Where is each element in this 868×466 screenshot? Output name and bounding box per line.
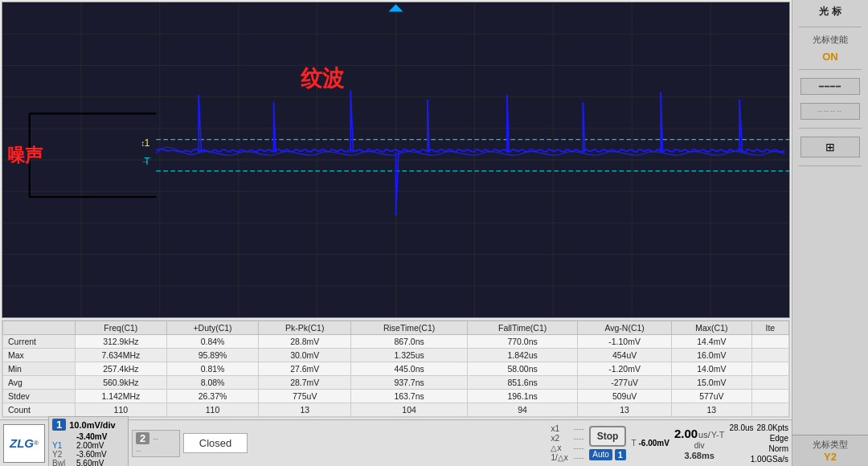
svg-text:1: 1 xyxy=(145,137,150,149)
ch1-y2-label: Y2 xyxy=(52,450,75,459)
channel1-info: 1 10.0mV/div -3.40mV Y1 2.00mV Y2 -3.60m… xyxy=(48,416,129,466)
zlg-logo: ZLG ® xyxy=(3,424,45,463)
closed-display: Closed xyxy=(183,433,248,453)
t-value-panel: T -6.00mV xyxy=(631,439,669,448)
x2-val: ---- xyxy=(573,434,583,443)
col-header-fall: FallTime(C1) xyxy=(468,321,578,335)
svg-text:纹波: 纹波 xyxy=(300,66,344,90)
cursor-enable-val: ON xyxy=(796,51,865,63)
table-row: Min257.4kHz0.81%27.6mV445.0ns58.00ns-1.2… xyxy=(3,362,789,376)
x1-val: ---- xyxy=(573,424,583,433)
table-row: Avg560.9kHz8.08%28.7mV937.7ns851.6ns-277… xyxy=(3,376,789,390)
table-row: Count11011013104941313 xyxy=(3,403,789,417)
right-title: 光 标 xyxy=(796,3,865,20)
right-divider-4 xyxy=(799,166,862,166)
ch1-bw-label: Bwl xyxy=(52,459,75,466)
cursor-type-label: 光标类型 xyxy=(796,439,865,451)
ch2-dash1: -- xyxy=(153,434,158,443)
x2-label: x2 xyxy=(551,434,570,443)
inv-val: ---- xyxy=(573,453,583,462)
right-divider-3 xyxy=(799,128,862,129)
ch1-offset-val: -3.40mV xyxy=(76,432,107,441)
measurement-table: Freq(C1) +Duty(C1) Pk-Pk(C1) RiseTime(C1… xyxy=(2,321,789,417)
pts-k: 28.0Kpts xyxy=(757,423,788,432)
col-header-label xyxy=(3,321,76,335)
ch2-dash2: -- xyxy=(136,446,141,455)
auto-badge: Auto xyxy=(589,449,612,460)
time-sub: div xyxy=(674,441,725,450)
edge-norm-panel: Edge Norm 1.00GSa/s xyxy=(751,434,788,464)
cursor-dashed-line-btn[interactable]: ╌╌╌╌ xyxy=(800,103,860,120)
ch1-bw-val: 5.60mV xyxy=(76,459,104,466)
cursor-enable-label: 光标使能 xyxy=(796,34,865,46)
table-header-row: Freq(C1) +Duty(C1) Pk-Pk(C1) RiseTime(C1… xyxy=(3,321,789,335)
t-label: T xyxy=(631,439,636,448)
ch1-trigger-indicator: 1 xyxy=(615,449,626,460)
ch1-div: 10.0mV/div xyxy=(69,420,115,430)
measurement-table-container: Freq(C1) +Duty(C1) Pk-Pk(C1) RiseTime(C1… xyxy=(2,320,790,418)
cursor-cross-btn[interactable]: ⊞ xyxy=(800,137,860,157)
col-header-avg: Avg-N(C1) xyxy=(578,321,672,335)
right-bottom: 光标类型 Y2 xyxy=(792,435,868,466)
svg-text:噪声: 噪声 xyxy=(7,145,44,166)
right-panel: 光 标 光标使能 ON ━━━━ ╌╌╌╌ ⊞ 光标类型 Y2 xyxy=(792,0,868,466)
yt-label: Y-T xyxy=(711,430,725,439)
time-div-val: 2.00 xyxy=(674,427,698,440)
time-pts: 28.0us xyxy=(729,423,753,432)
channel2-info: 2 -- -- xyxy=(132,430,180,457)
closed-label: Closed xyxy=(199,437,231,449)
norm-label: Norm xyxy=(751,444,788,453)
right-divider-1 xyxy=(799,27,862,27)
dx-label: △x xyxy=(551,444,570,452)
svg-text:↕: ↕ xyxy=(141,139,145,148)
col-header-max: Max(C1) xyxy=(672,321,752,335)
ch1-y1-label: Y1 xyxy=(52,441,75,450)
table-row: Current312.9kHz0.84%28.8mV867.0ns770.0ns… xyxy=(3,335,789,349)
status-bar: ZLG ® 1 10.0mV/div -3.40mV Y1 2.00mV Y2 … xyxy=(0,419,792,466)
x1x2-panel: x1 ---- x2 ---- △x ---- 1/△x ---- xyxy=(551,424,583,462)
inv-label: 1/△x xyxy=(551,453,570,462)
cursor-solid-line-btn[interactable]: ━━━━ xyxy=(800,78,860,95)
table-row: Max7.634MHz95.89%30.0mV1.325us1.842us454… xyxy=(3,349,789,362)
col-header-ite: Ite xyxy=(751,321,788,335)
ch2-badge: 2 xyxy=(136,432,149,444)
edge-label: Edge xyxy=(751,434,788,443)
status-right: x1 ---- x2 ---- △x ---- 1/△x ---- Sto xyxy=(551,423,788,464)
ch1-y1-val: 2.00mV xyxy=(76,441,104,450)
col-header-freq: Freq(C1) xyxy=(75,321,166,335)
col-header-pkpk: Pk-Pk(C1) xyxy=(259,321,351,335)
ch1-badge: 1 xyxy=(52,419,66,431)
svg-text:→: → xyxy=(141,157,149,166)
time-unit: us/ xyxy=(698,430,710,439)
table-row: Stdev1.142MHz26.37%775uV163.7ns196.1ns50… xyxy=(3,390,789,403)
main-oscilloscope-area: 1 ↕ T → xyxy=(0,0,792,466)
col-header-rise: RiseTime(C1) xyxy=(351,321,468,335)
right-divider-2 xyxy=(799,69,862,70)
waveform-display: 1 ↕ T → xyxy=(2,2,790,318)
time-total: 3.68ms xyxy=(674,451,725,460)
x1-label: x1 xyxy=(551,424,570,433)
stop-button[interactable]: Stop xyxy=(589,426,627,447)
dx-val: ---- xyxy=(573,444,583,452)
col-header-duty: +Duty(C1) xyxy=(166,321,258,335)
t-val: -6.00mV xyxy=(639,439,669,448)
ch1-y2-val: -3.60mV xyxy=(76,450,107,459)
cursor-type-val: Y2 xyxy=(796,451,865,463)
time-div-panel: 2.00 us/ Y-T div 3.68ms xyxy=(674,427,725,460)
sample-rate: 1.00GSa/s xyxy=(751,455,788,464)
